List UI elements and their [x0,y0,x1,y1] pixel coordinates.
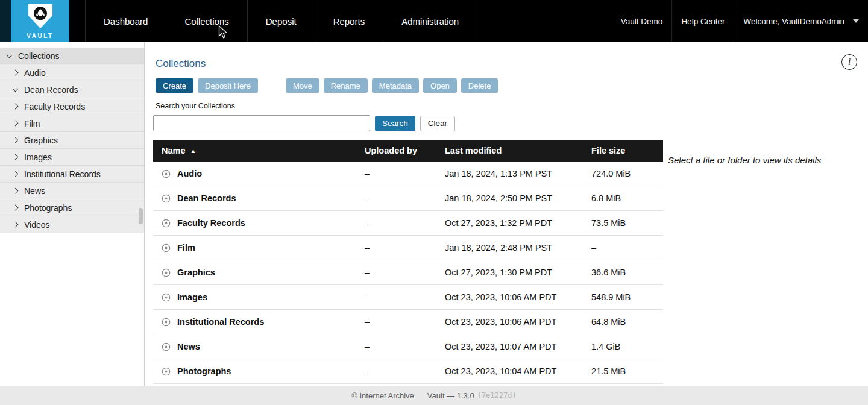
chevron-right-icon[interactable] [13,121,19,127]
collection-icon [162,194,171,203]
sidebar-item-audio[interactable]: Audio [0,64,144,81]
chevron-down-icon [853,19,859,23]
column-header-uploaded-by[interactable]: Uploaded by [361,146,439,155]
row-name: Film [177,243,195,253]
row-last-modified: Oct 23, 2023, 10:06 AM PDT [439,292,581,302]
table-row[interactable]: Film–Jan 18, 2024, 2:48 PM PST– [153,236,663,260]
row-file-size: 724.0 MiB [581,169,663,178]
row-file-size: 548.9 MiB [581,292,663,302]
row-name: Photographs [177,366,231,376]
row-uploaded-by: – [361,218,439,228]
collection-icon [162,169,171,178]
row-file-size: 73.5 MiB [581,218,663,228]
column-header-name[interactable]: Name ▲ [153,146,361,155]
metadata-button[interactable]: Metadata [372,78,419,93]
chevron-right-icon[interactable] [13,222,19,228]
sidebar-item-photographs[interactable]: Photographs [0,199,144,216]
sidebar-item-news[interactable]: News [0,183,144,199]
sidebar-item-label: Graphics [24,136,58,145]
row-name: Audio [177,169,202,178]
primary-nav: Dashboard Collections Deposit Reports Ad… [85,0,477,42]
table-row[interactable]: Institutional Records–Oct 23, 2023, 10:0… [153,310,663,334]
table-header: Name ▲ Uploaded by Last modified File si… [153,140,663,162]
column-header-file-size[interactable]: File size [581,146,663,155]
row-uploaded-by: – [361,243,439,253]
rename-button[interactable]: Rename [324,78,368,93]
footer-app-version: Vault — 1.3.0 [427,391,474,400]
vault-logo[interactable]: VAULT [11,0,69,42]
footer-copyright: © Internet Archive [351,391,414,400]
collection-icon [162,342,171,351]
sidebar-item-film[interactable]: Film [0,115,144,132]
sidebar-item-label: Film [24,119,40,128]
chevron-down-icon[interactable] [7,52,13,58]
sidebar-item-label: Photographs [24,203,72,213]
sidebar-item-label: Images [24,152,52,162]
sidebar-item-videos[interactable]: Videos [0,216,144,233]
row-name: Graphics [177,268,215,277]
sidebar-item-label: Institutional Records [24,169,101,179]
table-row[interactable]: Graphics–Oct 27, 2023, 1:30 PM PDT36.6 M… [153,260,663,285]
user-menu[interactable]: Welcome, VaultDemoAdmin [734,0,868,42]
chevron-right-icon[interactable] [13,188,19,194]
search-button[interactable]: Search [375,116,415,131]
row-uploaded-by: – [361,193,439,203]
deposit-here-button[interactable]: Deposit Here [198,78,258,93]
details-placeholder: Select a file or folder to view its deta… [668,155,867,165]
table-row[interactable]: Faculty Records–Oct 27, 2023, 1:32 PM PD… [153,211,663,236]
help-center-link[interactable]: Help Center [671,0,734,42]
sidebar-item-graphics[interactable]: Graphics [0,132,144,149]
sidebar-item-images[interactable]: Images [0,149,144,166]
chevron-right-icon[interactable] [13,171,19,177]
row-last-modified: Oct 27, 2023, 1:32 PM PDT [439,218,581,228]
chevron-right-icon[interactable] [13,70,19,76]
sidebar-scrollbar-thumb[interactable] [139,208,143,224]
sidebar-item-dean-records[interactable]: Dean Records [0,81,144,98]
sidebar-item-institutional-records[interactable]: Institutional Records [0,166,144,183]
nav-item-reports[interactable]: Reports [315,0,383,42]
sidebar-item-collections-root[interactable]: Collections [0,48,144,64]
nav-item-collections[interactable]: Collections [166,0,247,42]
sort-asc-icon: ▲ [190,148,197,154]
row-last-modified: Oct 23, 2023, 10:07 AM PDT [439,342,581,351]
vault-demo-link[interactable]: Vault Demo [612,0,672,42]
collection-icon [162,318,171,327]
open-button[interactable]: Open [423,78,457,93]
row-name: Dean Records [177,193,236,203]
delete-button[interactable]: Delete [461,78,498,93]
move-button[interactable]: Move [286,78,319,93]
row-name: Images [177,292,207,302]
main-content: Collections Create Deposit Here Move Ren… [145,42,868,386]
info-icon[interactable]: i [841,54,857,70]
column-header-last-modified[interactable]: Last modified [439,146,581,155]
sidebar-item-label: News [24,186,45,196]
footer-build-hash: (7e1227d) [477,391,517,400]
row-last-modified: Jan 18, 2024, 1:13 PM PST [439,169,581,178]
collection-icon [162,243,171,253]
row-uploaded-by: – [361,292,439,302]
chevron-right-icon[interactable] [13,154,19,160]
create-button[interactable]: Create [156,78,193,93]
table-row[interactable]: Dean Records–Jan 18, 2024, 2:50 PM PST6.… [153,186,663,211]
collection-icon [162,293,171,302]
table-row[interactable]: Audio–Jan 18, 2024, 1:13 PM PST724.0 MiB [153,162,663,186]
chevron-right-icon[interactable] [13,137,19,143]
row-uploaded-by: – [361,342,439,351]
chevron-right-icon[interactable] [13,104,19,110]
table-row[interactable]: Images–Oct 23, 2023, 10:06 AM PDT548.9 M… [153,285,663,310]
nav-item-administration[interactable]: Administration [383,0,477,42]
table-row[interactable]: Photographs–Oct 23, 2023, 10:04 AM PDT21… [153,359,663,384]
row-last-modified: Jan 18, 2024, 2:48 PM PST [439,243,581,253]
collections-search-input[interactable] [153,115,370,131]
chevron-down-icon[interactable] [13,86,19,92]
sidebar-item-faculty-records[interactable]: Faculty Records [0,98,144,115]
chevron-right-icon[interactable] [13,205,19,211]
sidebar-item-label: Videos [24,220,50,230]
nav-item-deposit[interactable]: Deposit [247,0,315,42]
row-last-modified: Oct 27, 2023, 1:30 PM PDT [439,268,581,277]
clear-button[interactable]: Clear [420,116,455,131]
collection-icon [162,268,171,277]
table-row[interactable]: News–Oct 23, 2023, 10:07 AM PDT1.4 GiB [153,334,663,359]
nav-item-dashboard[interactable]: Dashboard [85,0,166,42]
search-label: Search your Collections [156,102,235,110]
